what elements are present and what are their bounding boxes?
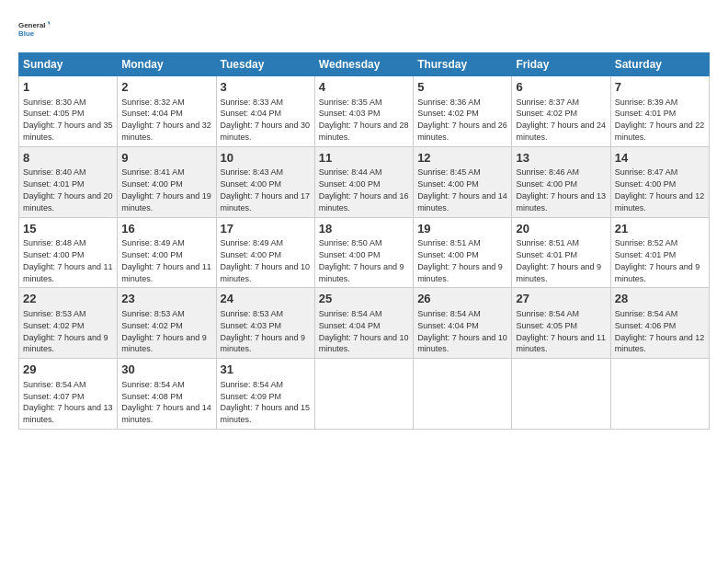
day-number: 16 [121, 221, 211, 237]
cell-content: Sunrise: 8:49 AMSunset: 4:00 PMDaylight:… [221, 238, 311, 282]
calendar-cell: 5 Sunrise: 8:36 AMSunset: 4:02 PMDayligh… [414, 76, 512, 147]
calendar-cell: 27 Sunrise: 8:54 AMSunset: 4:05 PMDaylig… [512, 288, 610, 359]
day-number: 30 [121, 362, 211, 378]
day-header-friday: Friday [512, 53, 610, 76]
week-row-3: 15 Sunrise: 8:48 AMSunset: 4:00 PMDaylig… [19, 217, 710, 288]
day-number: 25 [319, 291, 409, 307]
calendar-cell: 18 Sunrise: 8:50 AMSunset: 4:00 PMDaylig… [314, 217, 413, 288]
calendar-cell: 19 Sunrise: 8:51 AMSunset: 4:00 PMDaylig… [414, 217, 512, 288]
day-number: 6 [516, 79, 606, 96]
day-number: 22 [23, 291, 113, 307]
calendar-cell [610, 359, 709, 430]
day-number: 9 [121, 150, 211, 167]
header: General Blue [18, 14, 710, 45]
cell-content: Sunrise: 8:46 AMSunset: 4:00 PMDaylight:… [516, 167, 606, 212]
calendar-cell: 9 Sunrise: 8:41 AMSunset: 4:00 PMDayligh… [118, 146, 216, 217]
cell-content: Sunrise: 8:53 AMSunset: 4:03 PMDaylight:… [221, 309, 306, 353]
week-row-4: 22 Sunrise: 8:53 AMSunset: 4:02 PMDaylig… [19, 288, 710, 359]
svg-marker-2 [48, 22, 50, 29]
logo-svg: General Blue [18, 14, 50, 45]
calendar: SundayMondayTuesdayWednesdayThursdayFrid… [18, 52, 710, 430]
calendar-cell [414, 359, 512, 430]
calendar-cell: 21 Sunrise: 8:52 AMSunset: 4:01 PMDaylig… [610, 217, 709, 288]
calendar-cell: 26 Sunrise: 8:54 AMSunset: 4:04 PMDaylig… [414, 288, 512, 359]
calendar-cell: 15 Sunrise: 8:48 AMSunset: 4:00 PMDaylig… [19, 217, 118, 288]
calendar-cell: 16 Sunrise: 8:49 AMSunset: 4:00 PMDaylig… [118, 217, 216, 288]
cell-content: Sunrise: 8:33 AMSunset: 4:04 PMDaylight:… [221, 98, 311, 142]
day-number: 15 [23, 221, 113, 237]
cell-content: Sunrise: 8:47 AMSunset: 4:00 PMDaylight:… [615, 167, 705, 212]
calendar-cell [512, 359, 610, 430]
cell-content: Sunrise: 8:54 AMSunset: 4:08 PMDaylight:… [121, 380, 211, 424]
calendar-cell: 2 Sunrise: 8:32 AMSunset: 4:04 PMDayligh… [118, 76, 216, 147]
calendar-cell: 28 Sunrise: 8:54 AMSunset: 4:06 PMDaylig… [610, 288, 709, 359]
calendar-cell: 23 Sunrise: 8:53 AMSunset: 4:02 PMDaylig… [118, 288, 216, 359]
cell-content: Sunrise: 8:54 AMSunset: 4:07 PMDaylight:… [23, 380, 113, 424]
day-number: 3 [221, 79, 311, 96]
cell-content: Sunrise: 8:54 AMSunset: 4:04 PMDaylight:… [417, 309, 507, 353]
cell-content: Sunrise: 8:49 AMSunset: 4:00 PMDaylight:… [121, 238, 211, 282]
day-number: 5 [417, 79, 507, 96]
cell-content: Sunrise: 8:35 AMSunset: 4:03 PMDaylight:… [319, 98, 409, 142]
day-number: 24 [221, 291, 311, 307]
cell-content: Sunrise: 8:40 AMSunset: 4:01 PMDaylight:… [23, 167, 113, 212]
calendar-cell: 24 Sunrise: 8:53 AMSunset: 4:03 PMDaylig… [216, 288, 314, 359]
day-number: 13 [516, 150, 606, 167]
day-number: 8 [23, 150, 113, 167]
day-number: 31 [221, 362, 311, 378]
cell-content: Sunrise: 8:41 AMSunset: 4:00 PMDaylight:… [121, 167, 211, 212]
calendar-cell: 31 Sunrise: 8:54 AMSunset: 4:09 PMDaylig… [216, 359, 314, 430]
day-number: 12 [417, 150, 507, 167]
day-number: 11 [319, 150, 409, 167]
svg-text:General: General [18, 21, 46, 29]
calendar-cell: 13 Sunrise: 8:46 AMSunset: 4:00 PMDaylig… [512, 146, 610, 217]
cell-content: Sunrise: 8:53 AMSunset: 4:02 PMDaylight:… [121, 309, 207, 353]
cell-content: Sunrise: 8:54 AMSunset: 4:09 PMDaylight:… [221, 380, 311, 424]
cell-content: Sunrise: 8:45 AMSunset: 4:00 PMDaylight:… [417, 167, 507, 212]
day-number: 23 [121, 291, 211, 307]
cell-content: Sunrise: 8:32 AMSunset: 4:04 PMDaylight:… [121, 98, 211, 142]
day-header-monday: Monday [118, 53, 216, 76]
day-number: 14 [615, 150, 705, 167]
day-number: 4 [319, 79, 409, 96]
day-number: 19 [417, 221, 507, 237]
calendar-cell: 4 Sunrise: 8:35 AMSunset: 4:03 PMDayligh… [314, 76, 413, 147]
cell-content: Sunrise: 8:37 AMSunset: 4:02 PMDaylight:… [516, 98, 606, 142]
cell-content: Sunrise: 8:51 AMSunset: 4:01 PMDaylight:… [516, 238, 601, 282]
day-header-thursday: Thursday [414, 53, 512, 76]
cell-content: Sunrise: 8:54 AMSunset: 4:05 PMDaylight:… [516, 309, 606, 353]
week-row-2: 8 Sunrise: 8:40 AMSunset: 4:01 PMDayligh… [19, 146, 710, 217]
cell-content: Sunrise: 8:43 AMSunset: 4:00 PMDaylight:… [221, 167, 311, 212]
calendar-cell: 7 Sunrise: 8:39 AMSunset: 4:01 PMDayligh… [610, 76, 709, 147]
day-header-tuesday: Tuesday [216, 53, 314, 76]
day-number: 28 [615, 291, 705, 307]
cell-content: Sunrise: 8:54 AMSunset: 4:04 PMDaylight:… [319, 309, 409, 353]
cell-content: Sunrise: 8:48 AMSunset: 4:00 PMDaylight:… [23, 238, 113, 282]
cell-content: Sunrise: 8:54 AMSunset: 4:06 PMDaylight:… [615, 309, 705, 353]
calendar-cell: 6 Sunrise: 8:37 AMSunset: 4:02 PMDayligh… [512, 76, 610, 147]
calendar-cell: 29 Sunrise: 8:54 AMSunset: 4:07 PMDaylig… [19, 359, 118, 430]
page: General Blue SundayMondayTuesdayWednesda… [0, 0, 728, 563]
calendar-cell: 10 Sunrise: 8:43 AMSunset: 4:00 PMDaylig… [216, 146, 314, 217]
day-number: 17 [221, 221, 311, 237]
week-row-5: 29 Sunrise: 8:54 AMSunset: 4:07 PMDaylig… [19, 359, 710, 430]
day-number: 27 [516, 291, 606, 307]
day-header-saturday: Saturday [610, 53, 709, 76]
cell-content: Sunrise: 8:36 AMSunset: 4:02 PMDaylight:… [417, 98, 507, 142]
day-number: 18 [319, 221, 409, 237]
calendar-header-row: SundayMondayTuesdayWednesdayThursdayFrid… [19, 53, 710, 76]
cell-content: Sunrise: 8:30 AMSunset: 4:05 PMDaylight:… [23, 98, 113, 142]
day-number: 7 [615, 79, 705, 96]
calendar-cell: 17 Sunrise: 8:49 AMSunset: 4:00 PMDaylig… [216, 217, 314, 288]
calendar-cell: 1 Sunrise: 8:30 AMSunset: 4:05 PMDayligh… [19, 76, 118, 147]
logo: General Blue [18, 14, 50, 45]
calendar-cell [314, 359, 413, 430]
day-header-wednesday: Wednesday [314, 53, 413, 76]
svg-text:Blue: Blue [18, 29, 35, 38]
day-number: 29 [23, 362, 113, 378]
calendar-cell: 11 Sunrise: 8:44 AMSunset: 4:00 PMDaylig… [314, 146, 413, 217]
calendar-cell: 14 Sunrise: 8:47 AMSunset: 4:00 PMDaylig… [610, 146, 709, 217]
calendar-cell: 3 Sunrise: 8:33 AMSunset: 4:04 PMDayligh… [216, 76, 314, 147]
day-header-sunday: Sunday [19, 53, 118, 76]
day-number: 2 [121, 79, 211, 96]
